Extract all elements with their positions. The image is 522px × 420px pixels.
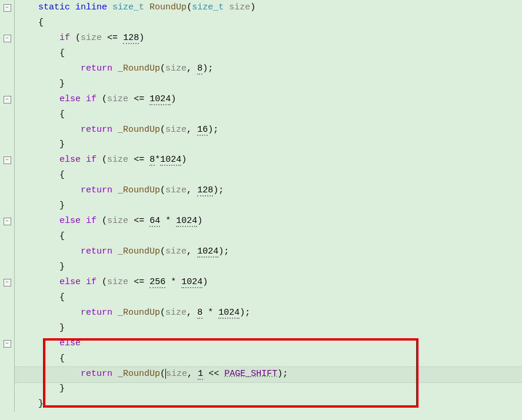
code-line: } <box>17 198 522 214</box>
fold-minus-icon[interactable]: − <box>4 156 11 164</box>
code-line: } <box>17 137 522 152</box>
code-line: { <box>17 46 522 61</box>
fold-minus-icon[interactable]: − <box>4 35 11 42</box>
code-line: return _RoundUp(size, 1024); <box>17 244 522 259</box>
code-line: else if (size <= 64 * 1024) <box>17 214 522 229</box>
code-line: else if (size <= 8*1024) <box>17 152 522 168</box>
keyword-static: static <box>38 2 70 12</box>
code-line: return _RoundUp(size, 1 << PAGE_SHIFT); <box>17 366 522 382</box>
code-line: return _RoundUp(size, 128); <box>17 183 522 198</box>
code-line: { <box>17 229 522 244</box>
type-sizet: size_t <box>192 2 224 12</box>
code-line: if (size <= 128) <box>17 31 522 46</box>
code-line: } <box>17 321 522 336</box>
code-line: { <box>17 290 522 305</box>
code-line: { <box>17 168 522 183</box>
fold-minus-icon[interactable]: − <box>4 279 11 286</box>
func-roundup: RoundUp <box>149 2 187 12</box>
code-line: { <box>17 107 522 122</box>
keyword-if: if <box>86 94 97 104</box>
code-line: } <box>17 259 522 275</box>
param-size: size <box>229 2 250 12</box>
code-line: return _RoundUp(size, 8); <box>17 61 522 76</box>
type-sizet: size_t <box>112 2 144 12</box>
code-line: { <box>17 351 522 366</box>
keyword-if: if <box>59 33 70 43</box>
code-line: return _RoundUp(size, 16); <box>17 122 522 138</box>
fold-minus-icon[interactable]: − <box>4 218 11 225</box>
code-line: } <box>17 76 522 92</box>
fold-gutter: − − − − − − − <box>0 0 15 412</box>
macro-page-shift: PAGE_SHIFT <box>224 369 277 379</box>
fold-minus-icon[interactable]: − <box>4 4 11 12</box>
code-line: static inline size_t RoundUp(size_t size… <box>17 0 522 15</box>
code-line: } <box>17 381 522 396</box>
code-area[interactable]: static inline size_t RoundUp(size_t size… <box>15 0 522 412</box>
fold-minus-icon[interactable]: − <box>4 340 11 348</box>
code-line: else <box>17 336 522 351</box>
code-editor[interactable]: − − − − − − − static inline size_t Round… <box>0 0 522 412</box>
code-line: else if (size <= 1024) <box>17 92 522 107</box>
code-line: return _RoundUp(size, 8 * 1024); <box>17 305 522 321</box>
keyword-return: return <box>81 64 112 74</box>
keyword-inline: inline <box>75 2 107 12</box>
code-line: { <box>17 15 522 31</box>
code-line: } <box>17 396 522 412</box>
fold-minus-icon[interactable]: − <box>4 96 11 104</box>
code-line: else if (size <= 256 * 1024) <box>17 275 522 290</box>
text-cursor: ( <box>160 369 166 379</box>
keyword-else: else <box>59 94 81 104</box>
